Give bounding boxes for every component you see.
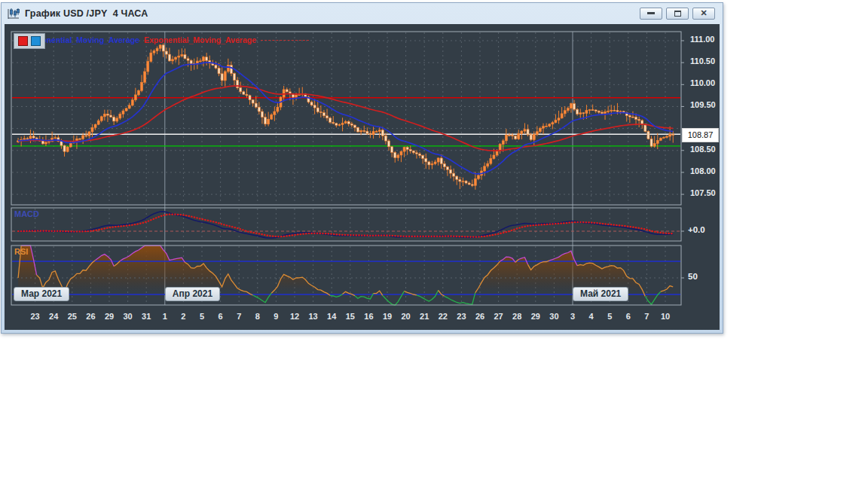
x-axis-label: 26	[81, 312, 100, 321]
x-axis-label: 25	[63, 312, 82, 321]
chart-canvas[interactable]	[5, 24, 720, 330]
ema-red-swatch-icon[interactable]	[18, 36, 28, 46]
chart-client-area: Exponential_Moving_Average Exponential_M…	[5, 24, 720, 330]
ema-slow-legend-label: Exponential_Moving_Average	[144, 35, 256, 44]
price-tick-label: 109.50	[685, 100, 720, 109]
window-controls: ✕	[640, 8, 717, 20]
x-axis-label: 1	[155, 312, 175, 321]
x-axis-label: 4	[582, 312, 601, 321]
current-price-box: 108.87	[682, 128, 719, 142]
x-axis-label: 16	[359, 312, 378, 321]
price-tick-label: 111.00	[685, 35, 720, 44]
x-axis-label: 28	[507, 312, 527, 321]
x-axis-label: 13	[304, 312, 323, 321]
window-title: График USD /JPY 4 ЧАСА	[25, 8, 148, 19]
x-axis-label: 24	[44, 312, 63, 321]
x-axis-label: 7	[637, 312, 656, 321]
x-axis-label: 20	[396, 312, 416, 321]
month-badge: Апр 2021	[165, 287, 220, 301]
x-axis-label: 27	[489, 312, 509, 321]
x-axis-label: 15	[341, 312, 360, 321]
x-axis-label: 14	[322, 312, 341, 321]
ema-blue-swatch-icon[interactable]	[31, 36, 41, 46]
x-axis-label: 23	[451, 312, 471, 321]
candlestick-chart-icon	[7, 8, 20, 20]
macd-line	[18, 212, 673, 238]
macd-zero-label: +0.0	[688, 225, 705, 234]
maximize-icon	[674, 11, 681, 17]
x-axis-label: 5	[600, 312, 619, 321]
x-axis-label: 10	[656, 312, 675, 321]
x-axis-label: 8	[248, 312, 267, 321]
x-axis-label: 5	[192, 312, 212, 321]
rsi-panel-label: RSI	[14, 247, 28, 256]
price-tick-label: 108.50	[685, 145, 720, 154]
price-tick-label: 110.50	[685, 56, 720, 66]
x-axis-label: 22	[433, 312, 453, 321]
x-axis-label: 30	[118, 312, 138, 321]
chart-window: График USD /JPY 4 ЧАСА ✕ Exponential_Mov…	[1, 2, 723, 334]
close-icon: ✕	[700, 9, 707, 17]
month-badge: Май 2021	[573, 287, 628, 301]
price-tick-label: 107.50	[685, 188, 720, 197]
rsi-mid-label: 50	[688, 272, 698, 281]
price-tick-label: 108.00	[685, 166, 720, 175]
x-axis-label: 19	[377, 312, 397, 321]
x-axis-label: 12	[285, 312, 304, 321]
indicator-legend: Exponential_Moving_Average Exponential_M…	[27, 35, 309, 44]
x-axis-label: 6	[211, 312, 231, 321]
x-axis-label: 29	[99, 312, 119, 321]
x-axis-label: 30	[544, 312, 564, 321]
x-axis-label: 26	[470, 312, 490, 321]
close-button[interactable]: ✕	[692, 8, 715, 20]
x-axis-label: 21	[414, 312, 434, 321]
x-axis-label: 31	[136, 312, 156, 321]
macd-panel-label: MACD	[14, 209, 39, 218]
x-axis-label: 2	[173, 312, 193, 321]
minimize-icon	[647, 12, 655, 14]
x-axis-label: 6	[619, 312, 638, 321]
x-axis-label: 23	[26, 312, 45, 321]
x-axis-label: 7	[229, 312, 249, 321]
candlesticks	[17, 44, 674, 190]
month-badge: Мар 2021	[14, 287, 69, 301]
maximize-button[interactable]	[666, 8, 689, 20]
legend-swatches[interactable]	[14, 33, 45, 49]
titlebar[interactable]: График USD /JPY 4 ЧАСА ✕	[2, 3, 723, 23]
price-tick-label: 110.00	[685, 78, 720, 87]
x-axis-label: 3	[563, 312, 582, 321]
minimize-button[interactable]	[640, 8, 662, 20]
x-axis-label: 9	[266, 312, 286, 321]
x-axis-label: 29	[526, 312, 546, 321]
legend-dash-line	[261, 40, 309, 41]
